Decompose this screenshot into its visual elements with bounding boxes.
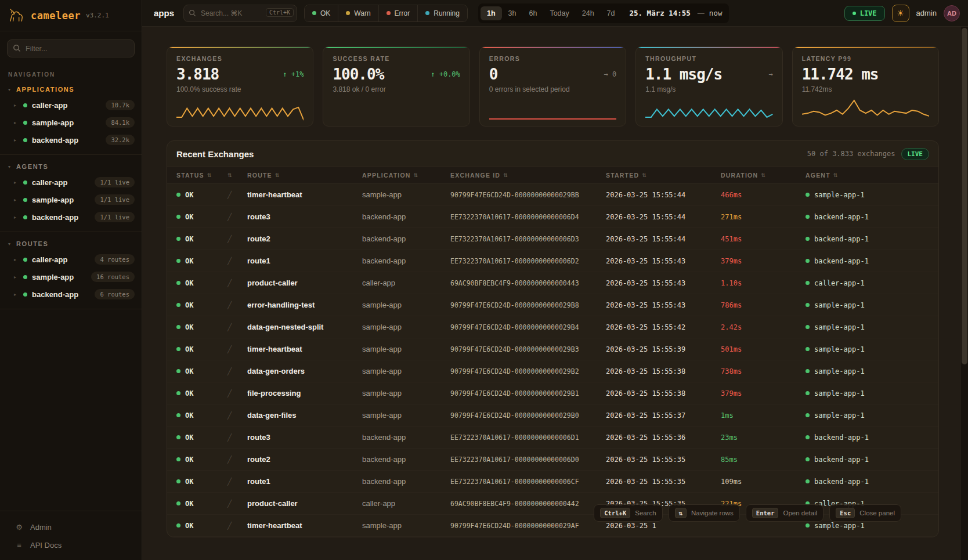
sidebar-section-agents[interactable]: ▾AGENTS — [0, 157, 142, 174]
scrollbar-track[interactable] — [961, 27, 968, 560]
column-header-started[interactable]: STARTED⇅ — [606, 172, 721, 179]
ok-dot-icon — [176, 193, 180, 197]
table-row[interactable]: OK╱data-gen-nested-splitsample-app90799F… — [167, 316, 938, 338]
sidebar-item-sample-app[interactable]: ▸sample-app84.1k — [0, 114, 142, 131]
agent-dot-icon — [806, 369, 810, 373]
sidebar-section-routes[interactable]: ▾ROUTES — [0, 234, 142, 251]
status-cell: OK — [176, 500, 227, 508]
username-label: admin — [916, 9, 937, 17]
filter-warn-button[interactable]: Warn — [338, 5, 378, 21]
agent-cell: backend-app-1 — [806, 257, 929, 265]
stat-card-value-row: 3.818↑ +1% — [176, 66, 304, 83]
column-header-label: EXCHANGE ID — [450, 172, 500, 179]
table-row[interactable]: OK╱route3backend-appEE7322370A10617-0000… — [167, 427, 938, 449]
shortcut-search: Ctrl+KSearch — [594, 504, 662, 522]
table-row[interactable]: OK╱error-handling-testsample-app90799F47… — [167, 294, 938, 316]
sidebar-section-applications[interactable]: ▾APPLICATIONS — [0, 80, 142, 96]
live-button[interactable]: LIVE — [844, 6, 885, 21]
stat-card-latency-p99[interactable]: LATENCY P9911.742 ms11.742ms — [792, 46, 939, 127]
table-row[interactable]: OK╱data-gen-filessample-app90799F47E6CD2… — [167, 404, 938, 427]
stat-card-value-row: 0→ 0 — [489, 66, 616, 83]
table-row[interactable]: OK╱route1backend-appEE7322370A10617-0000… — [167, 250, 938, 272]
stat-card-value: 100.0% — [333, 66, 384, 83]
duration-cell: 109ms — [721, 478, 806, 486]
exchange-id-cell: 90799F47E6CD24D-00000000000029B3 — [450, 345, 606, 353]
column-header-agent[interactable]: AGENT⇅ — [806, 172, 929, 179]
sidebar-item-backend-app[interactable]: ▸backend-app32.2k — [0, 131, 142, 149]
sidebar-item-badge: 16 routes — [91, 272, 135, 282]
stat-cards-row: EXCHANGES3.818↑ +1%100.0% success rateSU… — [167, 46, 939, 127]
sidebar-item-caller-app[interactable]: ▸caller-app10.7k — [0, 96, 142, 114]
divider — [0, 309, 142, 309]
time-range-7d[interactable]: 7d — [601, 6, 622, 20]
exchange-id-cell: 90799F47E6CD24D-00000000000029B0 — [450, 411, 606, 420]
exchange-id-cell: 69AC90BF8EBC4F9-0000000000000443 — [450, 279, 606, 287]
table-row[interactable]: OK╱timer-heartbeatsample-app90799F47E6CD… — [167, 184, 938, 206]
status-cell: OK — [176, 191, 227, 199]
column-header-duration[interactable]: DURATION⇅ — [721, 172, 806, 179]
time-range-1h[interactable]: 1h — [481, 6, 502, 20]
sidebar-item-backend-app[interactable]: ▸backend-app6 routes — [0, 286, 142, 303]
table-row[interactable]: OK╱route3backend-appEE7322370A10617-0000… — [167, 206, 938, 228]
agent-cell: sample-app-1 — [806, 389, 929, 398]
time-range-6h[interactable]: 6h — [522, 6, 543, 20]
sidebar-footer: ⚙Admin≡API Docs — [0, 511, 142, 560]
column-header-route[interactable]: ROUTE⇅ — [247, 172, 362, 179]
stat-card-errors[interactable]: ERRORS0→ 00 errors in selected period — [479, 46, 626, 127]
table-row[interactable]: OK╱timer-heartbeatsample-app90799F47E6CD… — [167, 338, 938, 360]
table-row[interactable]: OK╱route1backend-appEE7322370A10617-0000… — [167, 471, 938, 493]
route-cell: route1 — [247, 256, 362, 265]
sidebar-footer-api-docs[interactable]: ≡API Docs — [0, 536, 142, 554]
agent-dot-icon — [806, 457, 810, 461]
table-row[interactable]: OK╱route2backend-appEE7322370A10617-0000… — [167, 228, 938, 250]
stat-card-throughput[interactable]: THROUGHPUT1.1 msg/s→1.1 msg/s — [635, 46, 782, 127]
scrollbar-thumb[interactable] — [962, 28, 967, 364]
avatar[interactable]: AD — [944, 5, 960, 21]
time-range-24h[interactable]: 24h — [576, 6, 601, 20]
sidebar-item-backend-app[interactable]: ▸backend-app1/1 live — [0, 208, 142, 226]
agent-cell: sample-app-1 — [806, 411, 929, 420]
column-header-trend[interactable]: ⇅ — [227, 172, 247, 178]
time-range-today[interactable]: Today — [543, 6, 575, 20]
table-row[interactable]: OK╱file-processingsample-app90799F47E6CD… — [167, 382, 938, 404]
agent-label: sample-app-1 — [814, 345, 865, 353]
theme-toggle-button[interactable]: ☀ — [892, 5, 909, 22]
stat-card-exchanges[interactable]: EXCHANGES3.818↑ +1%100.0% success rate — [167, 46, 313, 127]
stat-card-success-rate[interactable]: SUCCESS RATE100.0%↑ +0.0%3.818 ok / 0 er… — [323, 46, 469, 127]
sidebar-item-caller-app[interactable]: ▸caller-app4 routes — [0, 251, 142, 268]
agent-dot-icon — [806, 215, 810, 219]
sidebar-item-sample-app[interactable]: ▸sample-app1/1 live — [0, 191, 142, 208]
time-range-bar: 1h3h6hToday24h7d25. März 14:55—now — [478, 3, 729, 23]
sidebar-item-sample-app[interactable]: ▸sample-app16 routes — [0, 268, 142, 286]
duration-cell: 2.42s — [721, 323, 806, 331]
filter-label: OK — [320, 9, 330, 17]
table-row[interactable]: OK╱route2backend-appEE7322370A10617-0000… — [167, 449, 938, 471]
column-header-exchange-id[interactable]: EXCHANGE ID⇅ — [450, 172, 606, 179]
sidebar-item-label: sample-app — [32, 118, 101, 127]
route-cell: product-caller — [247, 279, 362, 287]
status-dot-icon — [23, 258, 27, 262]
sidebar-filter-input[interactable] — [7, 39, 135, 57]
gear-icon: ⚙ — [15, 523, 23, 532]
filter-ok-button[interactable]: OK — [305, 5, 338, 21]
table-row[interactable]: OK╱product-callercaller-app69AC90BF8EBC4… — [167, 272, 938, 294]
stat-card-value: 1.1 msg/s — [645, 66, 722, 83]
chevron-right-icon: ▸ — [14, 257, 19, 262]
ok-dot-icon — [176, 259, 180, 263]
brand[interactable]: cameleer v3.2.1 — [0, 0, 142, 31]
status-label: OK — [185, 345, 193, 353]
time-range-3h[interactable]: 3h — [502, 6, 523, 20]
agent-cell: sample-app-1 — [806, 323, 929, 331]
filter-running-button[interactable]: Running — [417, 5, 467, 21]
app-root: cameleer v3.2.1 NAVIGATION ▾APPLICATIONS… — [0, 0, 968, 560]
column-header-application[interactable]: APPLICATION⇅ — [362, 172, 450, 179]
filter-error-button[interactable]: Error — [378, 5, 418, 21]
route-cell: route3 — [247, 212, 362, 221]
agent-cell: sample-app-1 — [806, 345, 929, 353]
sidebar-footer-admin[interactable]: ⚙Admin — [0, 518, 142, 536]
sidebar-item-caller-app[interactable]: ▸caller-app1/1 live — [0, 174, 142, 191]
sidebar-filter — [7, 39, 135, 57]
column-header-status[interactable]: STATUS⇅ — [176, 172, 227, 179]
table-row[interactable]: OK╱data-gen-orderssample-app90799F47E6CD… — [167, 360, 938, 382]
stat-card-value: 11.742 ms — [802, 66, 879, 83]
